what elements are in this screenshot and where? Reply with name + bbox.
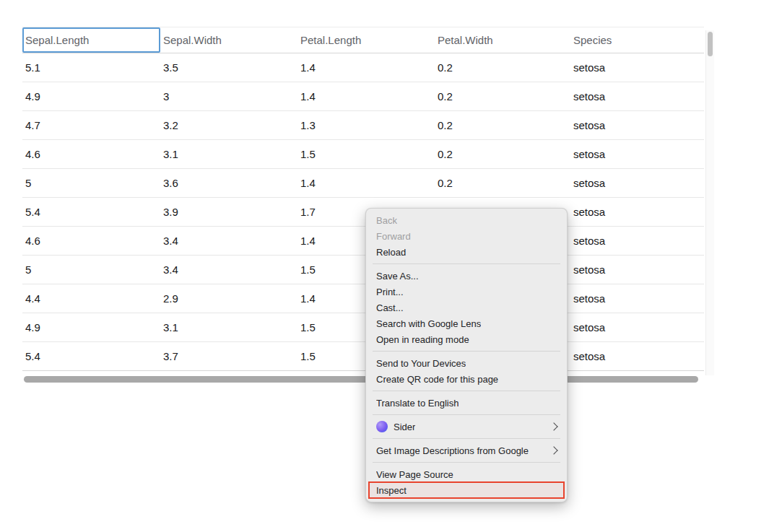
table-row: 4.931.40.2setosa	[22, 82, 704, 111]
menu-item-inspect[interactable]: Inspect	[369, 482, 564, 498]
chevron-right-icon	[549, 422, 557, 430]
menu-item-send-to-your-devices[interactable]: Send to Your Devices	[366, 355, 567, 371]
menu-item-back: Back	[366, 212, 567, 228]
menu-item-cast[interactable]: Cast...	[366, 300, 567, 315]
context-menu: BackForwardReloadSave As...Print...Cast.…	[365, 208, 568, 502]
menu-item-label: Search with Google Lens	[376, 318, 481, 329]
table-cell[interactable]: 3.1	[160, 140, 297, 169]
table-cell[interactable]: 5.4	[22, 198, 160, 227]
table-cell[interactable]: 4.6	[22, 227, 160, 256]
table-cell[interactable]: setosa	[570, 284, 704, 313]
table-cell[interactable]: 1.4	[297, 82, 435, 111]
menu-item-label: Open in reading mode	[376, 334, 469, 345]
menu-item-label: Create QR code for this page	[376, 374, 498, 385]
menu-item-sider[interactable]: Sider	[366, 419, 567, 435]
table-cell[interactable]: 5.4	[22, 342, 160, 371]
menu-item-search-with-google-lens[interactable]: Search with Google Lens	[366, 315, 567, 331]
horizontal-scrollbar-thumb[interactable]	[24, 376, 698, 383]
table-cell[interactable]: setosa	[570, 169, 704, 198]
table-cell[interactable]: 5.1	[22, 53, 160, 82]
menu-separator	[373, 462, 560, 463]
table-cell[interactable]: 3	[160, 82, 297, 111]
table-cell[interactable]: setosa	[570, 342, 704, 371]
table-cell[interactable]: 3.6	[160, 169, 297, 198]
menu-item-label: View Page Source	[376, 469, 453, 480]
table-cell[interactable]: setosa	[570, 140, 704, 169]
table-cell[interactable]: 3.1	[160, 313, 297, 342]
table-row: 5.43.71.5setosa	[22, 342, 704, 371]
table-cell[interactable]: 2.9	[160, 284, 297, 313]
table-cell[interactable]: setosa	[570, 313, 704, 342]
table-cell[interactable]: 1.4	[297, 169, 435, 198]
menu-item-label: Cast...	[376, 302, 404, 313]
column-header-sepal-length[interactable]: Sepal.Length	[22, 27, 160, 53]
table-cell[interactable]: 3.5	[160, 53, 297, 82]
table-cell[interactable]: 3.4	[160, 256, 297, 284]
table-cell[interactable]: 3.9	[160, 198, 297, 227]
table-cell[interactable]: 0.2	[435, 140, 570, 169]
table-row: 5.43.91.7setosa	[22, 198, 704, 227]
menu-item-label: Reload	[376, 247, 406, 258]
menu-separator	[373, 438, 560, 439]
column-header-sepal-width[interactable]: Sepal.Width	[160, 27, 297, 53]
menu-item-label: Sider	[394, 422, 415, 432]
table-cell[interactable]: 4.9	[22, 82, 160, 111]
chevron-right-icon	[549, 446, 557, 454]
table-header-row: Sepal.Length Sepal.Width Petal.Length Pe…	[22, 27, 704, 53]
table-cell[interactable]: setosa	[570, 111, 704, 140]
column-header-petal-length[interactable]: Petal.Length	[297, 27, 435, 53]
table-body: 5.13.51.40.2setosa4.931.40.2setosa4.73.2…	[22, 53, 704, 371]
menu-item-label: Inspect	[376, 485, 407, 496]
table-row: 4.42.91.4setosa	[22, 284, 704, 313]
menu-separator	[373, 414, 560, 415]
vertical-scrollbar[interactable]	[705, 30, 714, 375]
menu-item-label: Send to Your Devices	[376, 358, 466, 369]
table-cell[interactable]: 0.2	[435, 82, 570, 111]
table-row: 53.61.40.2setosa	[22, 169, 704, 198]
table-cell[interactable]: 5	[22, 169, 160, 198]
table-cell[interactable]: 0.2	[435, 53, 570, 82]
menu-item-open-in-reading-mode[interactable]: Open in reading mode	[366, 331, 567, 347]
menu-item-label: Save As...	[376, 271, 419, 282]
table-row: 4.93.11.5setosa	[22, 313, 704, 342]
table-cell[interactable]: 4.6	[22, 140, 160, 169]
menu-item-get-image-descriptions-from-google[interactable]: Get Image Descriptions from Google	[366, 442, 567, 458]
table-cell[interactable]: 4.7	[22, 111, 160, 140]
column-header-species[interactable]: Species	[570, 27, 704, 53]
table-cell[interactable]: 3.7	[160, 342, 297, 371]
data-table-container: Sepal.Length Sepal.Width Petal.Length Pe…	[22, 27, 704, 371]
table-row: 4.73.21.30.2setosa	[22, 111, 704, 140]
table-cell[interactable]: 1.4	[297, 53, 435, 82]
table-cell[interactable]: 4.9	[22, 313, 160, 342]
menu-item-translate-to-english[interactable]: Translate to English	[366, 395, 567, 411]
iris-table: Sepal.Length Sepal.Width Petal.Length Pe…	[22, 27, 704, 371]
menu-item-view-page-source[interactable]: View Page Source	[366, 466, 567, 482]
table-cell[interactable]: 3.2	[160, 111, 297, 140]
table-row: 53.41.5setosa	[22, 256, 704, 284]
table-cell[interactable]: 0.2	[435, 111, 570, 140]
menu-item-label: Forward	[376, 231, 411, 242]
table-cell[interactable]: 1.5	[297, 140, 435, 169]
table-cell[interactable]: setosa	[570, 256, 704, 284]
table-cell[interactable]: 0.2	[435, 169, 570, 198]
table-cell[interactable]: 4.4	[22, 284, 160, 313]
table-cell[interactable]: setosa	[570, 82, 704, 111]
menu-item-forward: Forward	[366, 228, 567, 244]
menu-item-create-qr-code-for-this-page[interactable]: Create QR code for this page	[366, 371, 567, 387]
table-row: 5.13.51.40.2setosa	[22, 53, 704, 82]
sider-icon	[376, 421, 388, 432]
table-cell[interactable]: setosa	[570, 227, 704, 256]
vertical-scrollbar-thumb[interactable]	[708, 32, 713, 56]
table-cell[interactable]: setosa	[570, 198, 704, 227]
menu-item-reload[interactable]: Reload	[366, 244, 567, 260]
menu-item-save-as[interactable]: Save As...	[366, 268, 567, 284]
table-cell[interactable]: 1.3	[297, 111, 435, 140]
menu-item-label: Back	[376, 215, 397, 226]
column-header-petal-width[interactable]: Petal.Width	[435, 27, 570, 53]
table-cell[interactable]: setosa	[570, 53, 704, 82]
horizontal-scrollbar[interactable]	[24, 376, 698, 383]
table-cell[interactable]: 5	[22, 256, 160, 284]
menu-item-print[interactable]: Print...	[366, 284, 567, 300]
table-cell[interactable]: 3.4	[160, 227, 297, 256]
menu-separator	[373, 263, 560, 264]
